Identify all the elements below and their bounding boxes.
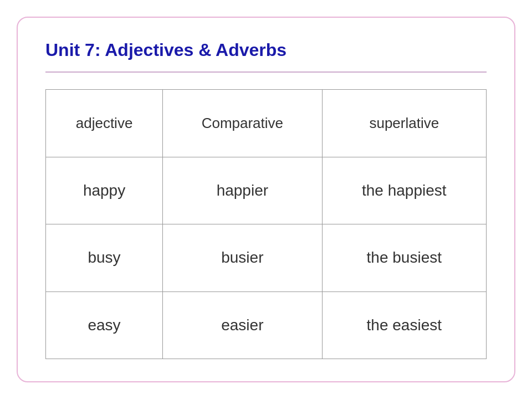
- adjective-easy: easy: [46, 291, 163, 359]
- superlative-busiest: the busiest: [322, 224, 486, 292]
- table-row: busy busier the busiest: [46, 224, 487, 292]
- header-row: adjective Comparative superlative: [46, 90, 487, 157]
- adjectives-table: adjective Comparative superlative happy …: [45, 89, 487, 359]
- adjective-happy: happy: [46, 157, 163, 224]
- superlative-happiest: the happiest: [322, 157, 486, 224]
- comparative-easier: easier: [163, 291, 323, 359]
- col-header-superlative: superlative: [322, 90, 486, 157]
- comparative-happier: happier: [163, 157, 323, 224]
- page-title: Unit 7: Adjectives & Adverbs: [45, 40, 487, 60]
- col-header-comparative: Comparative: [163, 90, 323, 157]
- table-row: easy easier the easiest: [46, 291, 487, 359]
- divider: [45, 71, 487, 73]
- adjective-busy: busy: [46, 224, 163, 292]
- page-container: Unit 7: Adjectives & Adverbs adjective C…: [17, 17, 515, 382]
- comparative-busier: busier: [163, 224, 323, 292]
- table-row: happy happier the happiest: [46, 157, 487, 224]
- superlative-easiest: the easiest: [322, 291, 486, 359]
- col-header-adjective: adjective: [46, 90, 163, 157]
